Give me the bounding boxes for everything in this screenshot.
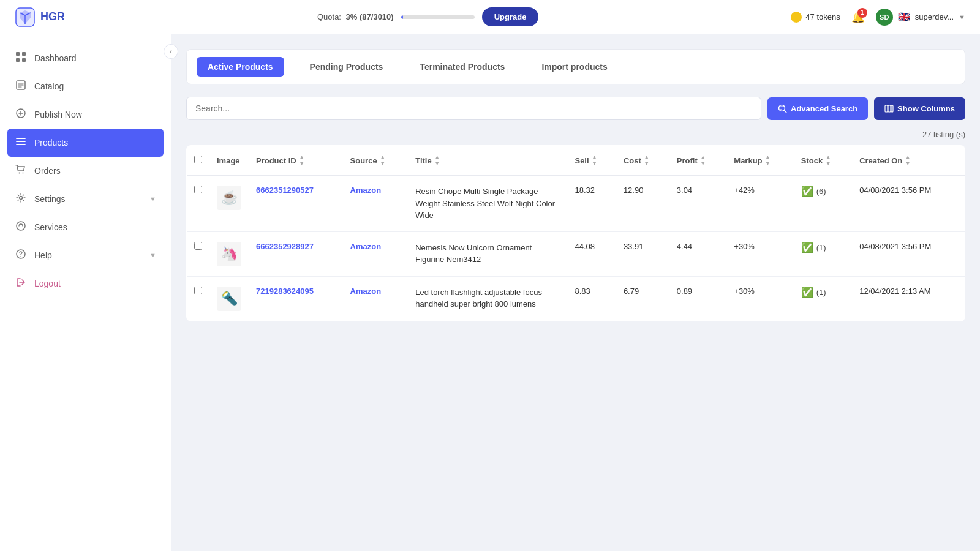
stock-badge: ✅ (1) — [801, 287, 826, 298]
product-id-link[interactable]: 6662351290527 — [256, 186, 314, 195]
sidebar-label-logout: Logout — [34, 279, 61, 288]
stock-badge: ✅ (6) — [801, 186, 826, 197]
title-value: Nemesis Now Unicorn Ornament Figurine Ne… — [415, 243, 532, 264]
notification-badge: 1 — [858, 8, 867, 18]
th-created-on[interactable]: Created On ▲▼ — [852, 146, 965, 176]
sort-source-icon: ▲▼ — [380, 154, 386, 167]
logo-text: HGR — [40, 10, 65, 23]
th-stock[interactable]: Stock ▲▼ — [794, 146, 852, 176]
sidebar-item-dashboard[interactable]: Dashboard — [0, 44, 171, 72]
table-row: ☕ 6662351290527 Amazon Resin Chope Multi… — [187, 176, 965, 232]
row-checkbox-cell[interactable] — [187, 176, 210, 232]
product-id-link[interactable]: 7219283624095 — [256, 287, 314, 296]
sidebar-label-dashboard: Dashboard — [34, 53, 77, 63]
tab-active-products[interactable]: Active Products — [197, 57, 284, 77]
select-all-checkbox[interactable] — [194, 156, 202, 163]
th-profit[interactable]: Profit ▲▼ — [669, 146, 727, 176]
layout: ‹ Dashboard Catalog Publish Now Products — [0, 34, 980, 551]
sort-markup-icon: ▲▼ — [765, 154, 771, 167]
row-checkbox-cell[interactable] — [187, 231, 210, 276]
row-markup: +30% — [726, 231, 793, 276]
svg-rect-2 — [22, 52, 26, 56]
row-checkbox[interactable] — [194, 242, 202, 250]
row-product-id[interactable]: 7219283624095 — [249, 276, 343, 321]
product-id-link[interactable]: 6662352928927 — [256, 242, 314, 251]
notification-button[interactable]: 🔔 1 — [851, 10, 865, 24]
user-menu[interactable]: SD 🇬🇧 superdev... ▼ — [876, 9, 965, 26]
sidebar-collapse-button[interactable]: ‹ — [164, 44, 178, 59]
row-source: Amazon — [343, 276, 409, 321]
services-icon — [15, 220, 27, 234]
row-sell: 8.83 — [567, 276, 616, 321]
sell-value: 44.08 — [575, 242, 595, 251]
main-content: Active Products Pending Products Termina… — [172, 34, 980, 551]
created-on-value: 04/08/2021 3:56 PM — [859, 242, 931, 251]
products-icon — [15, 136, 27, 149]
row-cost: 33.91 — [616, 231, 669, 276]
advanced-search-button[interactable]: Advanced Search — [767, 97, 868, 120]
sidebar-item-services[interactable]: Services — [0, 213, 171, 241]
row-checkbox[interactable] — [194, 186, 202, 193]
source-value: Amazon — [350, 186, 382, 195]
table-row: 🦄 6662352928927 Amazon Nemesis Now Unico… — [187, 231, 965, 276]
row-stock: ✅ (1) — [794, 231, 852, 276]
quota-bar — [401, 15, 475, 19]
row-profit: 4.44 — [669, 231, 727, 276]
markup-value: +42% — [734, 186, 755, 195]
toolbar: Advanced Search Show Columns — [186, 97, 965, 120]
row-sell: 44.08 — [567, 231, 616, 276]
chevron-down-icon: ▼ — [959, 13, 965, 21]
sidebar-item-settings[interactable]: Settings ▼ — [0, 185, 171, 213]
search-input[interactable] — [186, 97, 761, 120]
sort-title-icon: ▲▼ — [434, 154, 440, 167]
th-cost[interactable]: Cost ▲▼ — [616, 146, 669, 176]
columns-icon — [884, 104, 894, 113]
th-title[interactable]: Title ▲▼ — [408, 146, 567, 176]
orders-icon — [15, 164, 27, 178]
logo: HGR — [15, 7, 65, 28]
cost-value: 33.91 — [624, 242, 644, 251]
sidebar-item-catalog[interactable]: Catalog — [0, 72, 171, 100]
sidebar-item-orders[interactable]: Orders — [0, 157, 171, 185]
th-sell[interactable]: Sell ▲▼ — [567, 146, 616, 176]
sidebar-item-products[interactable]: Products — [7, 129, 164, 157]
row-product-id[interactable]: 6662351290527 — [249, 176, 343, 232]
row-markup: +30% — [726, 276, 793, 321]
sidebar-label-help: Help — [34, 250, 52, 260]
sidebar-item-help[interactable]: Help ▼ — [0, 241, 171, 269]
row-created-on: 12/04/2021 2:13 AM — [852, 276, 965, 321]
tab-import-products[interactable]: Import products — [530, 57, 618, 77]
tab-pending-products[interactable]: Pending Products — [299, 57, 394, 77]
row-profit: 0.89 — [669, 276, 727, 321]
th-markup[interactable]: Markup ▲▼ — [726, 146, 793, 176]
svg-point-10 — [17, 222, 25, 230]
sidebar-item-logout[interactable]: Logout — [0, 269, 171, 298]
cost-value: 12.90 — [624, 186, 644, 195]
stock-value: (1) — [816, 288, 826, 297]
svg-point-8 — [23, 173, 24, 174]
th-select-all[interactable] — [187, 146, 210, 176]
svg-point-9 — [20, 197, 23, 200]
row-profit: 3.04 — [669, 176, 727, 232]
row-checkbox-cell[interactable] — [187, 276, 210, 321]
advanced-search-icon — [778, 104, 787, 113]
product-image: 🔦 — [217, 287, 241, 311]
created-on-value: 04/08/2021 3:56 PM — [859, 186, 931, 195]
svg-line-14 — [784, 110, 786, 113]
row-title: Led torch flashlight adjustable focus ha… — [408, 276, 567, 321]
title-value: Led torch flashlight adjustable focus ha… — [415, 288, 542, 309]
row-markup: +42% — [726, 176, 793, 232]
th-source[interactable]: Source ▲▼ — [343, 146, 409, 176]
show-columns-button[interactable]: Show Columns — [874, 97, 965, 120]
row-checkbox[interactable] — [194, 287, 202, 294]
tab-terminated-products[interactable]: Terminated Products — [409, 57, 516, 77]
row-product-id[interactable]: 6662352928927 — [249, 231, 343, 276]
stock-value: (1) — [816, 243, 826, 252]
upgrade-button[interactable]: Upgrade — [482, 7, 539, 26]
quota-fill — [401, 15, 404, 19]
sidebar-item-publish-now[interactable]: Publish Now — [0, 100, 171, 129]
markup-value: +30% — [734, 242, 755, 251]
th-product-id[interactable]: Product ID ▲▼ — [249, 146, 343, 176]
row-image: 🦄 — [209, 231, 249, 276]
publish-icon — [15, 108, 27, 121]
